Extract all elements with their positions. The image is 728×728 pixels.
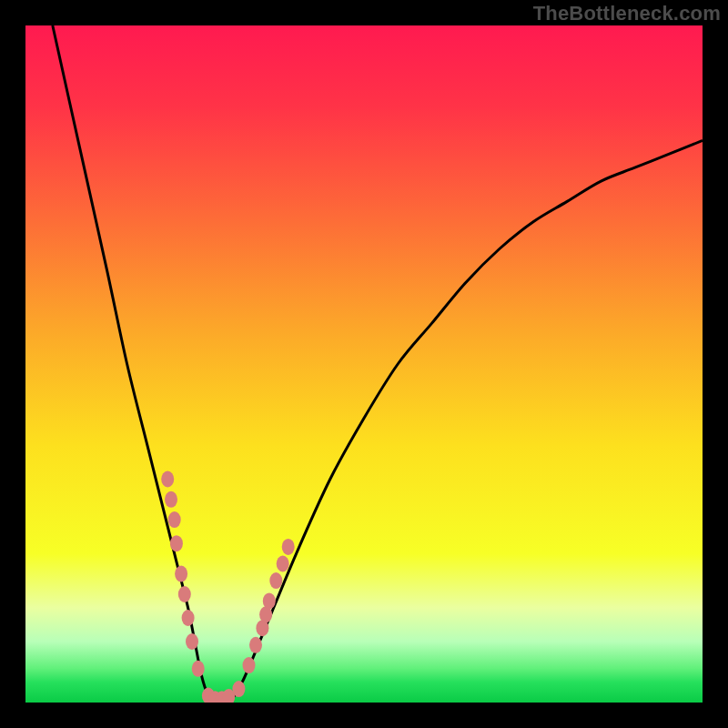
- data-marker: [249, 637, 262, 653]
- data-marker: [277, 556, 289, 572]
- data-marker: [182, 610, 195, 626]
- data-marker: [168, 511, 181, 528]
- plot-area: [25, 25, 703, 703]
- data-marker: [186, 633, 198, 650]
- data-marker: [269, 572, 282, 589]
- data-marker: [243, 657, 256, 673]
- data-marker: [165, 491, 177, 508]
- data-marker: [175, 566, 187, 582]
- data-marker: [263, 592, 276, 609]
- chart-frame: TheBottleneck.com: [0, 0, 728, 728]
- data-marker: [282, 539, 295, 555]
- data-marker: [192, 661, 205, 677]
- data-marker: [170, 535, 183, 551]
- data-marker: [232, 681, 245, 697]
- attribution-text: TheBottleneck.com: [533, 2, 721, 25]
- data-marker: [161, 471, 174, 488]
- chart-svg: [25, 25, 703, 703]
- data-marker: [178, 586, 191, 602]
